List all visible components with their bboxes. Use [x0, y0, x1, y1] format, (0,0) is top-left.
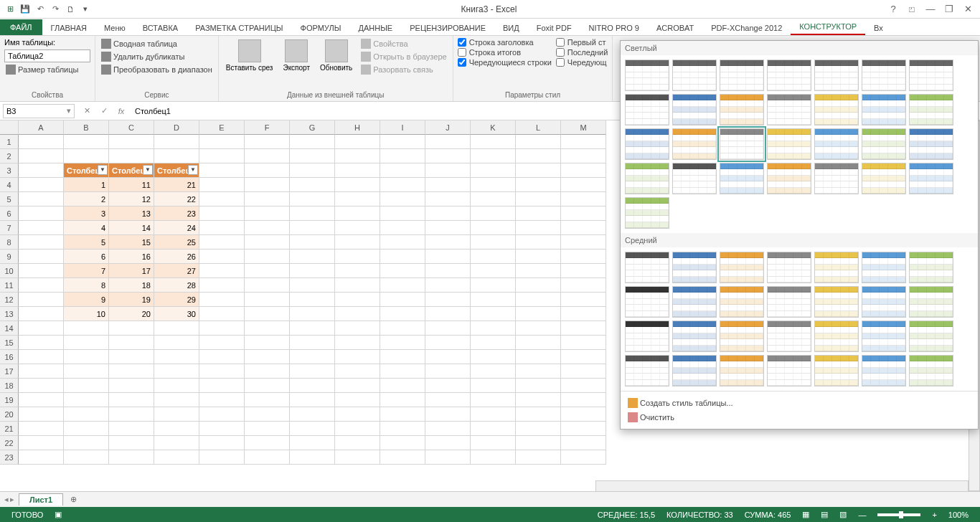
- style-swatch[interactable]: [909, 355, 953, 386]
- cell[interactable]: 11: [109, 178, 154, 192]
- cell[interactable]: [335, 450, 380, 465]
- cell[interactable]: [290, 135, 335, 149]
- cell[interactable]: [335, 350, 380, 364]
- style-swatch[interactable]: [672, 252, 717, 283]
- cell[interactable]: [425, 163, 471, 178]
- cell[interactable]: [245, 450, 290, 465]
- row-header[interactable]: 1: [0, 135, 19, 149]
- cell[interactable]: [64, 364, 109, 379]
- style-swatch[interactable]: [720, 60, 764, 91]
- cell[interactable]: [471, 293, 516, 307]
- col-header[interactable]: G: [290, 120, 335, 135]
- cell[interactable]: [471, 264, 516, 278]
- cell[interactable]: [516, 379, 561, 393]
- style-swatch[interactable]: [625, 321, 669, 352]
- cell[interactable]: [335, 379, 380, 393]
- cell[interactable]: 3: [64, 207, 109, 221]
- style-swatch[interactable]: [672, 128, 717, 160]
- chk-last[interactable]: Последний: [556, 48, 608, 57]
- cell[interactable]: [380, 407, 425, 422]
- cell[interactable]: [109, 321, 154, 336]
- row-header[interactable]: 12: [0, 293, 19, 307]
- cell[interactable]: 12: [109, 192, 154, 207]
- style-swatch[interactable]: [862, 94, 906, 125]
- cell[interactable]: [154, 450, 199, 465]
- cell[interactable]: [335, 221, 380, 235]
- col-header[interactable]: B: [64, 120, 109, 135]
- cell[interactable]: [290, 235, 335, 250]
- cell[interactable]: [380, 149, 425, 163]
- cell[interactable]: [245, 422, 290, 436]
- cell[interactable]: [290, 436, 335, 450]
- cell[interactable]: [64, 321, 109, 336]
- cell[interactable]: [19, 163, 64, 178]
- cell[interactable]: [290, 178, 335, 192]
- cell[interactable]: [199, 407, 245, 422]
- cell[interactable]: [471, 321, 516, 336]
- style-swatch[interactable]: [720, 355, 764, 386]
- cell[interactable]: [425, 450, 471, 465]
- cell[interactable]: [290, 393, 335, 407]
- cell[interactable]: [561, 192, 606, 207]
- tab-данные[interactable]: ДАННЫЕ: [349, 21, 401, 35]
- cell[interactable]: [516, 364, 561, 379]
- cell[interactable]: [64, 450, 109, 465]
- cell[interactable]: [471, 221, 516, 235]
- cell[interactable]: [380, 307, 425, 321]
- style-swatch[interactable]: [672, 60, 717, 91]
- cell[interactable]: [516, 135, 561, 149]
- tab-foxit pdf[interactable]: Foxit PDF: [528, 21, 580, 35]
- cell[interactable]: [425, 278, 471, 293]
- sheet-tab[interactable]: Лист1: [19, 493, 63, 506]
- cell[interactable]: 7: [64, 264, 109, 278]
- cell[interactable]: [245, 393, 290, 407]
- cell[interactable]: [199, 235, 245, 250]
- cell[interactable]: [19, 436, 64, 450]
- cell[interactable]: [561, 250, 606, 264]
- tab-меню[interactable]: Меню: [95, 21, 134, 35]
- cell[interactable]: 9: [64, 293, 109, 307]
- cell[interactable]: [19, 407, 64, 422]
- cell[interactable]: [471, 350, 516, 364]
- cell[interactable]: [471, 192, 516, 207]
- cell[interactable]: [335, 235, 380, 250]
- cell[interactable]: [199, 450, 245, 465]
- cell[interactable]: [516, 307, 561, 321]
- style-swatch[interactable]: [814, 252, 859, 283]
- cell[interactable]: [199, 422, 245, 436]
- tab-acrobat[interactable]: ACROBAT: [648, 21, 702, 35]
- pivot-button[interactable]: Сводная таблица: [100, 38, 214, 49]
- style-swatch[interactable]: [862, 252, 906, 283]
- row-header[interactable]: 14: [0, 321, 19, 336]
- cell[interactable]: [245, 307, 290, 321]
- style-swatch[interactable]: [672, 94, 717, 125]
- cell[interactable]: 25: [154, 235, 199, 250]
- cell[interactable]: [516, 350, 561, 364]
- tab-файл[interactable]: ФАЙЛ: [0, 19, 42, 35]
- cell[interactable]: 22: [154, 192, 199, 207]
- cell[interactable]: [561, 235, 606, 250]
- cell[interactable]: [425, 436, 471, 450]
- cell[interactable]: [19, 364, 64, 379]
- style-swatch[interactable]: [909, 94, 953, 125]
- cell[interactable]: [199, 192, 245, 207]
- cell[interactable]: [516, 393, 561, 407]
- cell[interactable]: [516, 221, 561, 235]
- tab-конструктор[interactable]: КОНСТРУКТОР: [791, 19, 865, 35]
- cell[interactable]: [471, 235, 516, 250]
- style-swatch[interactable]: [909, 252, 953, 283]
- help-icon[interactable]: ?: [885, 4, 901, 14]
- style-swatch[interactable]: [625, 60, 669, 91]
- cell[interactable]: [471, 364, 516, 379]
- cell[interactable]: [561, 207, 606, 221]
- zoom-in-icon[interactable]: +: [932, 511, 936, 519]
- cell[interactable]: [516, 264, 561, 278]
- cell[interactable]: [425, 336, 471, 350]
- browser-button[interactable]: Открыть в браузере: [359, 51, 448, 62]
- cell[interactable]: [561, 436, 606, 450]
- cell[interactable]: [109, 350, 154, 364]
- cell[interactable]: [516, 163, 561, 178]
- cell[interactable]: [245, 178, 290, 192]
- cell[interactable]: [19, 250, 64, 264]
- cell[interactable]: [199, 221, 245, 235]
